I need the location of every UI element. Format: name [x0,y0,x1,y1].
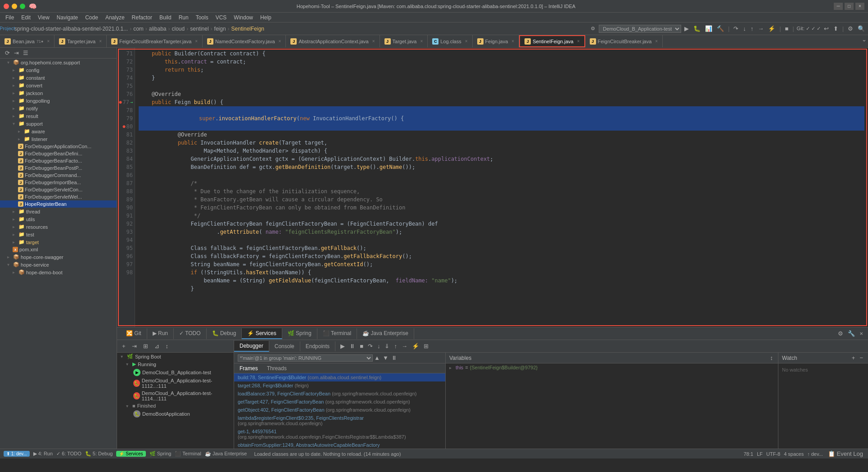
service-running-group[interactable]: ▶ Running [117,360,234,368]
tree-item-support[interactable]: 📁 support [0,120,117,127]
code-editor[interactable]: 71 72 73 74 75 76 ●77 → 78 79 ●80 81 82 … [117,48,868,327]
win-close[interactable]: × [855,3,864,10]
win-minimize[interactable]: ─ [834,3,843,10]
tab-feign-circuit-targeter[interactable]: J FeignCircuitBreakerTargeter.java × [107,35,203,47]
tab-feign-circuit[interactable]: J FeignCircuitBreaker.java × [585,35,663,47]
tree-item-listener[interactable]: 📁 listener [0,135,117,143]
run-to-cursor[interactable]: → [756,24,765,33]
tab-close-target[interactable]: × [420,39,423,44]
close-btn[interactable] [4,4,9,9]
step-into[interactable]: ↓ [741,24,747,33]
tab-close-feign[interactable]: × [511,39,514,44]
pause-program-icon[interactable]: ⏸ [348,342,357,350]
watches-remove-icon[interactable]: − [858,354,864,362]
tree-item-result[interactable]: 📁 result [0,112,117,120]
var-sort-icon[interactable]: ↕ [769,354,775,362]
services-filter-icon[interactable]: ⊿ [153,342,161,350]
tree-item-config[interactable]: 📁 config [0,66,117,74]
frame-5[interactable]: lambda$registerFeignClient$0:235, FeignC… [234,414,445,427]
debugger-tab-endpoints[interactable]: Endpoints [300,341,335,351]
frame-7[interactable]: obtainFromSupplier:1249, AbstractAutowir… [234,441,445,449]
tab-close-ncf[interactable]: × [279,39,281,44]
panel-tab-threads[interactable]: Threads [265,364,289,372]
frame-0[interactable]: build:78, SentinelFeign$Builder (com.ali… [234,373,445,381]
tab-target[interactable]: J Target.java × [380,35,428,47]
tab-close-sf[interactable]: × [577,39,580,44]
push-button[interactable]: ⬆ [832,24,840,33]
step-over-icon[interactable]: ↷ [366,342,374,350]
tree-item-aware[interactable]: 📁 aware [0,127,117,135]
tree-item-notify[interactable]: 📁 notify [0,104,117,112]
settings-gear-icon[interactable]: ⚙ [836,329,845,338]
tab-run[interactable]: ▶ Run [147,328,174,339]
tree-item-jackson[interactable]: 📁 jackson [0,89,117,97]
service-demob[interactable]: ▶ DemoCloud_B_Application-test [117,368,234,377]
service-demoboot[interactable]: 🐛 DemoBootApplication [117,409,234,418]
tab-close-bean[interactable]: × [47,39,50,44]
run-cursor-icon[interactable]: → [400,342,409,350]
tree-item-hope-register-bean[interactable]: J HopeRegisterBean [0,200,117,208]
services-sort-icon[interactable]: ↕ [164,342,170,350]
tree-item-thread[interactable]: 📁 thread [0,208,117,215]
maximize-btn[interactable] [20,4,25,9]
tab-debug[interactable]: 🐛 Debug [207,328,242,339]
tab-java-enterprise[interactable]: ☕ Java Enterprise [357,328,414,339]
tab-sentinel-feign[interactable]: J SentinelFeign.java × [519,35,585,47]
close-panel-icon[interactable]: × [858,329,864,338]
run-badge[interactable]: ▶ 4: Run [33,451,53,457]
tree-item-constant[interactable]: 📁 constant [0,74,117,82]
tab-close-aac[interactable]: × [372,39,375,44]
service-demoa2[interactable]: 🐛 DemoCloud_A_Application-test-1114...:1… [117,390,234,402]
run-coverage-button[interactable]: 📊 [704,24,714,33]
tree-item-org[interactable]: 📦 org.hopehomi.core.support [0,59,117,66]
tab-services[interactable]: ⚡ Services [242,328,282,339]
win-restore[interactable]: □ [845,3,854,10]
git-badge[interactable]: ⬆ 1: dev... [4,451,30,457]
tab-targeter[interactable]: J Targeter.java × [54,35,107,47]
tree-item-fordebugger6[interactable]: J ForDebuggerImportBea... [0,179,117,186]
tree-item-hope-demo-boot[interactable]: 📦 hope-demo-boot [0,268,117,276]
undo-button[interactable]: ↩ [823,24,830,33]
tree-item-fordebugger2[interactable]: J ForDebuggerBeanDefini... [0,150,117,157]
tab-todo[interactable]: ✓ TODO [174,328,207,339]
thread-up-icon[interactable]: ▲ [373,354,381,362]
panel-tab-frames[interactable]: Frames [238,364,260,372]
debug-button[interactable]: 🐛 [692,24,702,33]
minimize-btn[interactable] [12,4,17,9]
tab-feign[interactable]: J Feign.java × [473,35,520,47]
debug-badge[interactable]: 🐛 5: Debug [85,451,113,457]
tab-close-log[interactable]: × [465,39,468,44]
service-demoa1[interactable]: 🐛 DemoCloud_A_Application-test-1112...:1… [117,377,234,390]
tree-item-hope-service[interactable]: 📦 hope-service [0,261,117,268]
frame-1[interactable]: target:268, Feign$Builder (feign) [234,381,445,390]
tab-bean-java[interactable]: J Bean.java 71● × [0,35,54,47]
tree-item-fordebugger7[interactable]: J ForDebuggerServletCon... [0,186,117,193]
tab-close-targeter[interactable]: × [99,39,102,44]
frame-2[interactable]: loadBalance:379, FeignClientFactoryBean … [234,390,445,398]
code-content[interactable]: public Builder(Contract contract) { this… [135,48,868,327]
win-controls[interactable]: ─ □ × [834,3,864,10]
thread-down-icon[interactable]: ▼ [381,354,390,362]
step-into-icon[interactable]: ↓ [376,342,382,350]
evaluate[interactable]: ⚡ [767,24,777,33]
build-button[interactable]: 🔨 [715,24,725,33]
spring-badge[interactable]: 🌿 Spring [149,451,172,457]
tree-item-fordebugger8[interactable]: J ForDebuggerServletWel... [0,193,117,200]
tab-log-class[interactable]: C Log.class × [428,35,472,47]
tree-item-utils[interactable]: 📁 utils [0,215,117,223]
service-spring-boot[interactable]: 🌿 Spring Boot [117,353,234,360]
stop-button[interactable]: ■ [784,24,790,33]
frame-6[interactable]: get-1, 445976541 (org.springframework.cl… [234,427,445,441]
force-step-into-icon[interactable]: ⇓ [383,342,391,350]
services-group-icon[interactable]: ⊞ [142,342,149,350]
tabs-overflow[interactable]: ⌄ [860,35,868,47]
services-collapse-icon[interactable]: ⇥ [131,342,138,350]
window-controls[interactable] [4,4,25,9]
run-config-select[interactable]: DemoCloud_B_Application-test [599,25,681,33]
var-this[interactable]: this = {SentinelFeign$Builder@9792} [446,363,778,372]
tree-item-hope-core-swagger[interactable]: 📦 hope-core-swagger [0,253,117,261]
services-badge[interactable]: ⚡ Services [116,451,145,457]
tree-item-fordebugger5[interactable]: J ForDebuggerCommand... [0,172,117,179]
todo-badge[interactable]: ✓ 6: TODO [56,451,81,457]
tree-item-convert[interactable]: 📁 convert [0,82,117,89]
